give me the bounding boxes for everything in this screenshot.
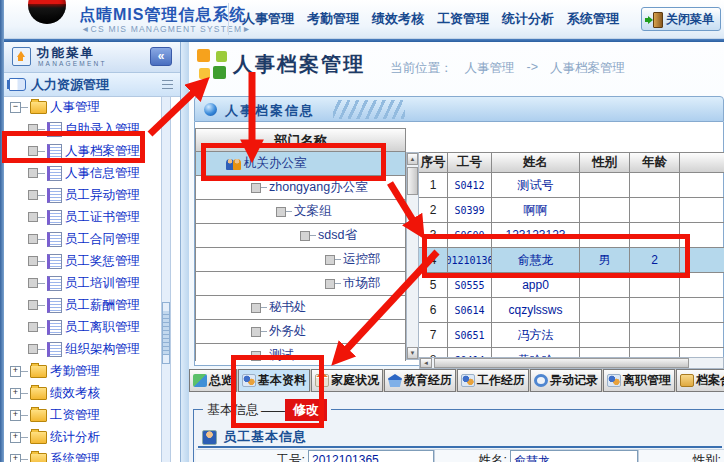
scroll-up-button[interactable]: ▲ (407, 153, 418, 165)
tab-archive-contract[interactable]: 档案合同 (676, 369, 724, 392)
expand-node-icon[interactable]: + (10, 454, 21, 462)
cell-age: 2 (630, 248, 680, 273)
sidebar-item-salary[interactable]: + 工资管理 (4, 404, 162, 426)
document-icon (47, 188, 62, 203)
sidebar-item-info-mgmt[interactable]: 人事信息管理 (4, 162, 162, 184)
folder-icon (30, 409, 47, 422)
dept-node-marketing[interactable]: 市场部 (196, 272, 405, 296)
sidebar-item-reward-mgmt[interactable]: 员工奖惩管理 (4, 250, 162, 272)
sidebar-item-payroll-mgmt[interactable]: 员工薪酬管理 (4, 294, 162, 316)
nav-item-statistics[interactable]: 统计分析 (502, 10, 554, 28)
expand-node-icon[interactable]: + (10, 410, 21, 421)
sidebar-section-hr[interactable]: 人力资源管理 (4, 73, 180, 97)
nav-item-system[interactable]: 系统管理 (567, 10, 619, 28)
col-header-gender: 性别 (580, 152, 630, 173)
scrollbar-thumb[interactable] (407, 167, 418, 195)
tab-label: 教育经历 (404, 372, 452, 389)
sidebar-item-performance[interactable]: + 绩效考核 (4, 382, 162, 404)
tree-node-icon (28, 234, 38, 244)
tab-family[interactable]: 家庭状况 (311, 369, 383, 392)
cell-gender (580, 223, 630, 248)
main-nav: 人事管理 考勤管理 绩效考核 工资管理 统计分析 系统管理 (242, 0, 619, 38)
table-row[interactable]: 1 S0412 测试号 (419, 173, 724, 198)
sidebar-item-resignation-mgmt[interactable]: 员工离职管理 (4, 316, 162, 338)
cell-id: S0600 (448, 223, 492, 248)
field-input-id[interactable]: 2012101365 (308, 450, 434, 462)
expand-node-icon[interactable]: + (10, 432, 21, 443)
collapse-node-icon[interactable]: − (10, 102, 21, 113)
tab-overview[interactable]: 总览 (189, 369, 237, 392)
dept-node-copywriting[interactable]: 文案组 (196, 200, 405, 224)
sidebar-item-archive-mgmt[interactable]: 人事档案管理 (4, 140, 162, 162)
app-header: 点晴MIS管理信息系统 ◄CS MIS MANAGMENT SYSTEM► 人事… (0, 0, 724, 39)
tab-label: 异动记录 (550, 372, 598, 389)
nav-item-personnel[interactable]: 人事管理 (242, 10, 294, 28)
tab-basic-info[interactable]: 基本资料 (238, 369, 310, 392)
expand-node-icon[interactable]: + (10, 366, 21, 377)
col-header-seq: 序号 (419, 152, 448, 173)
tree-node-icon (28, 256, 38, 266)
cell-seq: 8 (419, 348, 448, 357)
tab-education[interactable]: 教育经历 (384, 369, 456, 392)
tab-label: 总览 (209, 372, 233, 389)
sidebar-header: 功能菜单 MANAGEMENT « (4, 42, 180, 73)
dept-name: 外务处 (269, 323, 307, 340)
sidebar-item-system[interactable]: + 系统管理 (4, 448, 162, 462)
dept-node-office[interactable]: 机关办公室 (196, 152, 405, 176)
sidebar-collapse-button[interactable]: « (150, 47, 172, 66)
table-row[interactable]: 5 S0555 app0 (419, 273, 724, 298)
person-icon (202, 430, 217, 445)
document-icon (47, 254, 62, 269)
sidebar-item-certificate-mgmt[interactable]: 员工证书管理 (4, 206, 162, 228)
dept-tree-scrollbar[interactable]: ▲ ▼ (406, 152, 419, 360)
cell-extra (680, 198, 724, 223)
dept-node-test[interactable]: 测试 (196, 344, 405, 361)
dept-node-zhongyang[interactable]: zhongyang办公室 (196, 176, 405, 200)
sidebar-scrollbar-thumb[interactable] (162, 302, 170, 364)
nav-item-attendance[interactable]: 考勤管理 (307, 10, 359, 28)
sidebar-item-label: 员工离职管理 (65, 319, 140, 336)
sidebar-item-contract-mgmt[interactable]: 员工合同管理 (4, 228, 162, 250)
expand-node-icon[interactable]: + (10, 388, 21, 399)
nav-item-performance[interactable]: 绩效考核 (372, 10, 424, 28)
tab-resignation[interactable]: 离职管理 (603, 369, 675, 392)
table-row[interactable]: 6 S0614 cqzylssws (419, 298, 724, 323)
sidebar-item-statistics[interactable]: + 统计分析 (4, 426, 162, 448)
dept-node-sdsd[interactable]: sdsd省 (196, 224, 405, 248)
sidebar-item-attendance[interactable]: + 考勤管理 (4, 360, 162, 382)
sidebar-item-self-entry[interactable]: 自助录入管理 (4, 118, 162, 140)
sidebar-item-personnel-mgmt[interactable]: − 人事管理 (4, 96, 162, 118)
people-icon (242, 374, 256, 387)
cell-age (630, 198, 680, 223)
table-row[interactable]: 8 S0414 黄哈哈 (419, 348, 724, 357)
tree-node-icon (251, 183, 261, 193)
dept-node-operations[interactable]: 运控部 (196, 248, 405, 272)
breadcrumb-parent: 人事管理 (465, 60, 515, 77)
cell-id: S0555 (448, 273, 492, 298)
modify-button[interactable]: 修改 (285, 399, 327, 421)
table-row[interactable]: 3 S0600 123123123 (419, 223, 724, 248)
field-input-name[interactable]: 俞慧龙 (510, 450, 638, 462)
sidebar-scrollbar[interactable] (161, 96, 171, 462)
scroll-down-button[interactable]: ▼ (407, 347, 418, 359)
tab-transfer-record[interactable]: 异动记录 (530, 369, 602, 392)
sidebar-item-transfer-mgmt[interactable]: 员工异动管理 (4, 184, 162, 206)
close-menu-button[interactable]: 关闭菜单 (641, 7, 721, 31)
scrollbar-thumb[interactable] (434, 358, 689, 368)
sidebar-item-label: 员工培训管理 (65, 275, 140, 292)
cell-extra (680, 223, 724, 248)
scroll-left-button[interactable]: ◄ (420, 358, 432, 368)
dept-node-secretariat[interactable]: 秘书处 (196, 296, 405, 320)
table-row[interactable]: 7 S0651 冯方法 (419, 323, 724, 348)
sidebar-item-org-structure[interactable]: 组织架构管理 (4, 338, 162, 360)
cell-age (630, 348, 680, 357)
people-icon (461, 374, 475, 387)
sidebar-item-training-mgmt[interactable]: 员工培训管理 (4, 272, 162, 294)
table-row-selected[interactable]: 4 2012101365 俞慧龙 男 2 (419, 248, 724, 273)
folder-icon (680, 374, 694, 387)
tab-work-history[interactable]: 工作经历 (457, 369, 529, 392)
table-hscrollbar[interactable]: ◄ (419, 357, 724, 369)
dept-node-external[interactable]: 外务处 (196, 320, 405, 344)
table-row[interactable]: 2 S0399 啊啊 (419, 198, 724, 223)
nav-item-salary[interactable]: 工资管理 (437, 10, 489, 28)
